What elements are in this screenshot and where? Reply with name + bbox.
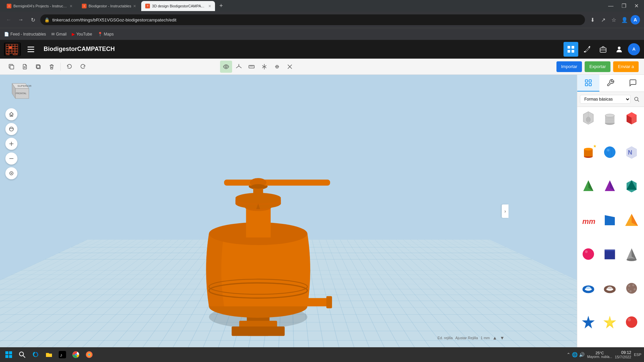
- shape-pyramid-green[interactable]: [579, 176, 598, 196]
- tab-close-3[interactable]: ×: [208, 3, 211, 9]
- undo-tool[interactable]: [63, 61, 75, 73]
- flip-btn[interactable]: [284, 61, 296, 73]
- collapse-panel-button[interactable]: ›: [502, 204, 508, 218]
- copy-tool[interactable]: [5, 61, 17, 73]
- zoom-out-button[interactable]: [5, 153, 17, 165]
- send-button[interactable]: Enviar a: [613, 61, 639, 72]
- account-icon[interactable]: [612, 42, 627, 57]
- taskbar-firefox[interactable]: [83, 349, 95, 361]
- shape-star-blue[interactable]: [579, 312, 598, 332]
- network-icon[interactable]: 🌐: [572, 352, 578, 357]
- taskbar-start-button[interactable]: [3, 349, 15, 361]
- zoom-in-button[interactable]: [5, 138, 17, 150]
- taskbar-file-explorer[interactable]: [43, 349, 55, 361]
- shape-star-yellow[interactable]: [600, 312, 620, 332]
- bookmark-youtube[interactable]: ▶ YouTube: [72, 32, 92, 37]
- delete-tool[interactable]: [46, 61, 58, 73]
- view-cube[interactable]: SUPERIOR FRONTAL: [5, 80, 32, 107]
- view-mode-btn[interactable]: [220, 61, 232, 73]
- fit-view-button[interactable]: [5, 167, 17, 179]
- restore-button[interactable]: ❐: [619, 1, 629, 10]
- bookmark-icon[interactable]: ☆: [609, 15, 619, 24]
- bookmark-gmail[interactable]: ✉ Gmail: [51, 32, 66, 37]
- ed-rejilla-label: Ed. rejilla: [437, 336, 452, 340]
- bookmark-label-youtube: YouTube: [76, 32, 92, 37]
- menu-icon[interactable]: [23, 42, 38, 57]
- close-button[interactable]: ✕: [632, 1, 641, 10]
- shape-cone-grey[interactable]: [622, 244, 641, 264]
- share-icon[interactable]: ↗: [598, 15, 608, 24]
- download-icon[interactable]: ⬇: [588, 15, 597, 24]
- url-bar[interactable]: 🔒 tinkercad.com/things/bRX51VGSGoz-biodi…: [40, 14, 585, 25]
- shape-pyramid-yellow[interactable]: [622, 210, 641, 230]
- shape-wedge-blue[interactable]: [600, 210, 620, 230]
- viewport[interactable]: SUPERIOR FRONTAL: [0, 75, 577, 347]
- align-btn[interactable]: [271, 61, 283, 73]
- new-tab-button[interactable]: +: [216, 1, 226, 11]
- tab-close-1[interactable]: ×: [70, 3, 72, 9]
- volume-icon[interactable]: 🔊: [579, 352, 585, 357]
- panel-tab-chat[interactable]: [622, 75, 644, 92]
- bookmark-feed[interactable]: 📄 Feed - Instructables: [4, 32, 46, 37]
- import-button[interactable]: Importar: [556, 61, 582, 72]
- orbit-button[interactable]: [5, 123, 17, 135]
- shape-sphere-pink[interactable]: [579, 244, 598, 264]
- minimize-button[interactable]: —: [605, 2, 616, 10]
- svg-line-79: [638, 100, 639, 102]
- duplicate-tool[interactable]: [32, 61, 44, 73]
- grid-increment-button[interactable]: ▲: [492, 335, 497, 341]
- shape-letter-n[interactable]: N: [622, 142, 641, 162]
- grid-decrement-button[interactable]: ▼: [500, 335, 504, 341]
- shape-pyramid-purple[interactable]: [600, 176, 620, 196]
- panel-tab-grid[interactable]: [577, 75, 599, 92]
- shape-cone-teal[interactable]: [622, 176, 641, 196]
- profile-icon[interactable]: 👤: [620, 15, 629, 24]
- mirror-btn[interactable]: [258, 61, 270, 73]
- tools-icon[interactable]: [580, 42, 594, 57]
- forward-button[interactable]: →: [16, 15, 25, 24]
- back-button[interactable]: ←: [4, 15, 13, 24]
- shape-box-red[interactable]: [622, 108, 641, 128]
- tab-instructables-projects[interactable]: I Bernigini04's Projects - Instructa... …: [3, 1, 76, 11]
- svg-point-73: [10, 172, 13, 175]
- briefcase-icon[interactable]: [596, 42, 610, 57]
- left-panel-controls: [5, 108, 17, 179]
- svg-point-118: [634, 288, 636, 290]
- account-button[interactable]: A: [631, 15, 640, 24]
- bookmark-maps[interactable]: 📍 Maps: [98, 32, 114, 37]
- shape-sphere-red2[interactable]: [622, 312, 641, 332]
- ruler-btn[interactable]: [246, 61, 258, 73]
- tinkercad-logo[interactable]: TIN KER: [4, 43, 21, 56]
- shape-torus-blue[interactable]: [579, 279, 598, 298]
- weather-widget: 25°C Mayorm. nubla...: [587, 351, 612, 359]
- tab-3d-design[interactable]: T 3D design BiodigestorCAMPATE... ×: [141, 1, 215, 11]
- shape-cylinder-hole[interactable]: [600, 108, 620, 128]
- panel-tab-tools[interactable]: [599, 75, 622, 92]
- shapes-search-button[interactable]: [632, 95, 641, 104]
- taskbar-search[interactable]: [16, 349, 28, 361]
- taskbar-chrome[interactable]: [70, 349, 82, 361]
- user-avatar[interactable]: A: [628, 43, 640, 55]
- home-view-button[interactable]: [5, 108, 17, 120]
- shape-sphere-bumpy[interactable]: [622, 279, 641, 298]
- taskbar-edge[interactable]: [30, 349, 42, 361]
- grid-view-icon[interactable]: [564, 42, 578, 57]
- shapes-grid: ★: [577, 107, 644, 347]
- expand-icon[interactable]: ⌃: [567, 352, 571, 357]
- reload-button[interactable]: ↻: [28, 15, 38, 24]
- shape-sphere-blue[interactable]: [600, 142, 620, 162]
- taskbar-tiktok[interactable]: ♪: [56, 349, 68, 361]
- paste-tool[interactable]: [19, 61, 31, 73]
- shape-box-navy[interactable]: [600, 244, 620, 264]
- tab-biodigestor[interactable]: I Biodigestor - Instructables ×: [78, 1, 140, 11]
- svg-rect-25: [572, 50, 574, 53]
- shapes-category-select[interactable]: Formas básicas: [580, 95, 631, 104]
- tab-close-2[interactable]: ×: [133, 3, 136, 9]
- shape-text-red[interactable]: mm: [579, 210, 598, 230]
- shape-cylinder-star[interactable]: ★: [579, 142, 598, 162]
- workplane-btn[interactable]: [233, 61, 245, 73]
- shape-torus-brown[interactable]: [600, 279, 620, 298]
- export-button[interactable]: Exportar: [585, 61, 610, 72]
- redo-tool[interactable]: [77, 61, 89, 73]
- shape-box-hole[interactable]: [579, 108, 598, 128]
